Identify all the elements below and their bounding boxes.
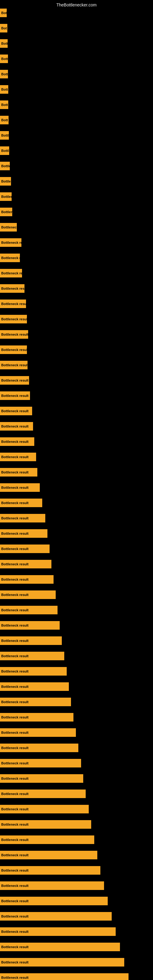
bar-fill: Bott [0,100,8,109]
bar-fill: Bottleneck result [0,438,34,446]
bar-item: Bottleneck result [0,468,37,477]
bar-label: Bott [1,72,8,76]
bar-label: Bott [1,57,8,60]
bar-label: Bottler [1,164,10,168]
bar-item: Bottleneck result [0,499,42,507]
bar-fill: Bottleneck result [0,269,22,277]
bar-label: Bottleneck result [1,685,29,689]
bar-item: Bott [0,100,8,109]
bar-label: Bottleneck result [1,884,29,888]
bar-fill: Bott [0,54,8,63]
bar-label: Bottleneck res [1,256,20,260]
bar-label: Bot [1,26,7,30]
bar-label: Bottleneck r [1,225,17,229]
bar-fill: Bottleneck result [0,606,57,614]
bar-item: Bottleneck result [0,376,29,385]
bar-label: Bottleneck result [1,761,29,765]
bar-fill: Bott [0,85,8,94]
bar-label: Bottleneck result [1,869,29,872]
bar-fill: Bottleneck result [0,284,24,293]
bar-fill: Bott [0,116,9,124]
bar-item: Bottleneck result [0,943,120,951]
bar-label: Bottlene [1,195,12,199]
bar-item: Bottleneck result [0,835,94,844]
bar-label: Bottleneck result [1,332,28,336]
bar-label: Bottleneck result [1,409,29,413]
bar-item: Bottleneck result [0,315,27,323]
bar-label: Bottleneck result [1,562,29,566]
bar-item: Bottler [0,162,10,170]
bar-item: Bottleneck result [0,621,60,630]
bar-item: Bottleneck result [0,774,83,783]
bar-fill: Bottleneck result [0,744,78,752]
bar-label: Bottleneck result [1,348,27,352]
bar-fill: Bottleneck result [0,483,40,492]
bar-fill: Bottlene [0,208,12,216]
bar-label: Bottleneck result [1,470,29,474]
bar-fill: Bottl [0,131,9,140]
bar-item: Bott [0,39,8,48]
bar-fill: Bottleneck result [0,361,27,369]
bar-item: Bottleneck res [0,254,20,262]
bar-fill: Bottleneck result [0,774,83,783]
bar-fill: Bottleneck result [0,453,36,461]
bar-item: Bottleneck result [0,636,62,645]
bar-item: Bott [0,116,9,124]
bar-item: Bottlene [0,208,12,216]
bar-item: Bottleneck result [0,789,86,798]
bar-label: Bottleneck result [1,945,29,949]
bar-label: Bottleneck result [1,501,29,505]
bar-label: Bottleneck result [1,700,29,704]
bar-fill: Bottleneck result [0,973,129,980]
bar-item: Bott [0,54,8,63]
bar-fill: Bottlene [0,192,12,201]
bar-item: Bottleneck r [0,223,17,232]
bar-fill: Bottleneck result [0,575,54,584]
bar-label: Bot [1,11,7,15]
bar-fill: Bottleneck result [0,912,112,921]
bar-item: Bottleneck result [0,652,64,660]
bar-item: Bottleneck result [0,590,56,599]
bar-item: Bottl [0,131,9,140]
bar-fill: Bottleneck result [0,330,28,339]
bar-fill: Bottleneck result [0,682,69,691]
bar-fill: Bottleneck result [0,468,37,477]
bar-label: Bott [1,103,8,107]
bar-label: Bottleneck result [1,455,29,459]
bar-item: Bottleneck result [0,560,51,568]
bar-label: Bottleneck result [1,286,24,290]
bar-fill: Bott [0,39,8,48]
bar-label: Bottleneck result [1,899,29,903]
bar-label: Bottleneck result [1,776,29,780]
bar-item: Bottleneck result [0,667,67,676]
bar-fill: Bottleneck result [0,590,56,599]
bar-label: Bottleneck result [1,608,29,612]
bar-item: Bottleneck result [0,299,26,308]
bar-label: Bottleneck result [1,271,22,275]
bar-item: Bottleneck result [0,284,24,293]
bar-item: Bottleneck result [0,453,36,461]
bar-label: Bottleneck result [1,853,29,857]
bar-item: Bottleneck result [0,575,54,584]
bar-item: Bottleneck result [0,606,57,614]
bar-fill: Bottleneck result [0,407,32,415]
bar-fill: Bottler [0,162,10,170]
bar-fill: Bottleneck result [0,851,97,859]
bar-item: Bottleneck result [0,529,48,538]
bar-fill: Bottleneck result [0,897,108,905]
bar-fill: Bottlene [0,177,11,186]
bar-label: Bottleneck result [1,516,29,520]
bar-label: Bottleneck result [1,440,29,444]
bar-label: Bott [1,41,8,45]
bar-label: Bottleneck result [1,715,29,719]
bar-fill: Bottleneck result [0,422,33,431]
bar-label: Bottleneck result [1,624,29,627]
bar-item: Bot [0,9,7,17]
bar-label: Bottleneck result [1,930,29,934]
bar-fill: Bottleneck result [0,652,64,660]
bar-fill: Bottleneck result [0,514,45,522]
bar-fill: Bottleneck result [0,928,116,936]
bar-fill: Bottleneck result [0,345,27,354]
bar-label: Bottleneck result [1,425,29,428]
bar-label: Bott [1,88,8,91]
